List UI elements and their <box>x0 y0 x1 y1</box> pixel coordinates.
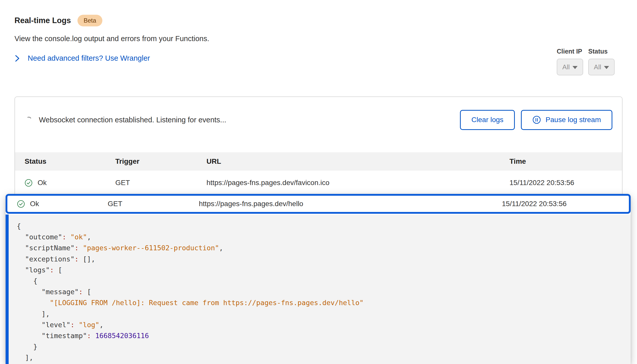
websocket-status-text: Websocket connection established. Listen… <box>39 116 226 124</box>
wrangler-link-label: Need advanced filters? Use Wrangler <box>28 54 150 62</box>
code-line: { <box>17 221 631 231</box>
column-header-status: Status <box>25 157 115 166</box>
code-line: "logs": [ <box>17 264 631 275</box>
row-url: https://pages-fns.pages.dev/hello <box>199 200 502 208</box>
json-code-block: { "outcome": "ok", "scriptName": "pages-… <box>17 221 631 363</box>
status-filter-label: Status <box>588 48 615 55</box>
caret-down-icon <box>604 66 609 69</box>
code-line: "scriptName": "pages-worker--611502-prod… <box>17 242 631 253</box>
status-filter-dropdown[interactable]: All <box>588 59 615 75</box>
code-line: "message": [ <box>17 286 631 297</box>
row-status: Ok <box>38 179 47 187</box>
code-line: "level": "log", <box>17 319 631 330</box>
code-line: } <box>17 341 631 352</box>
code-line: "timestamp": 1668542036116 <box>17 330 631 341</box>
table-header-row: Status Trigger URL Time <box>15 152 622 171</box>
code-line: "exceptions": [], <box>17 254 631 264</box>
pause-log-stream-label: Pause log stream <box>546 116 601 124</box>
page-header: Real-time Logs Beta View the console.log… <box>14 15 209 62</box>
websocket-status: Websocket connection established. Listen… <box>25 116 226 124</box>
chevron-right-icon <box>14 54 20 62</box>
spinner-icon <box>25 116 32 123</box>
code-line: ], <box>17 352 631 363</box>
row-time: 15/11/2022 20:53:56 <box>502 200 629 208</box>
log-detail-json: { "outcome": "ok", "scriptName": "pages-… <box>6 214 631 364</box>
column-header-trigger: Trigger <box>115 157 206 166</box>
table-row-expanded[interactable]: Ok GET https://pages-fns.pages.dev/hello… <box>6 194 631 214</box>
status-filter-value: All <box>594 63 601 71</box>
column-header-time: Time <box>509 157 622 166</box>
check-circle-icon <box>17 200 25 208</box>
logs-card: Websocket connection established. Listen… <box>14 96 623 208</box>
code-line: ], <box>17 308 631 319</box>
client-ip-filter-label: Client IP <box>557 48 583 55</box>
column-header-url: URL <box>206 157 509 166</box>
clear-logs-button[interactable]: Clear logs <box>460 110 515 130</box>
page-subtitle: View the console.log output and errors f… <box>14 35 209 43</box>
client-ip-filter-dropdown[interactable]: All <box>557 59 583 75</box>
logs-toolbar: Websocket connection established. Listen… <box>25 110 612 130</box>
row-status: Ok <box>30 200 39 208</box>
row-time: 15/11/2022 20:53:56 <box>509 179 622 187</box>
table-row[interactable]: Ok GET https://pages-fns.pages.dev/favic… <box>15 171 622 195</box>
code-line: "outcome": "ok", <box>17 231 631 242</box>
filters: Client IP All Status All <box>557 48 615 75</box>
wrangler-link[interactable]: Need advanced filters? Use Wrangler <box>14 54 209 62</box>
row-trigger: GET <box>115 179 206 187</box>
row-url: https://pages-fns.pages.dev/favicon.ico <box>206 179 509 187</box>
beta-badge: Beta <box>77 15 102 26</box>
page-title: Real-time Logs <box>14 16 71 25</box>
client-ip-filter-value: All <box>562 63 570 71</box>
check-circle-icon <box>25 179 33 187</box>
clear-logs-label: Clear logs <box>471 116 503 124</box>
pause-log-stream-button[interactable]: Pause log stream <box>521 110 612 130</box>
pause-circle-icon <box>532 115 541 124</box>
expanded-log-entry: Ok GET https://pages-fns.pages.dev/hello… <box>6 194 631 364</box>
code-line: "[LOGGING FROM /hello]: Request came fro… <box>17 297 631 308</box>
code-line: { <box>17 275 631 286</box>
row-trigger: GET <box>108 200 199 208</box>
caret-down-icon <box>572 66 578 69</box>
